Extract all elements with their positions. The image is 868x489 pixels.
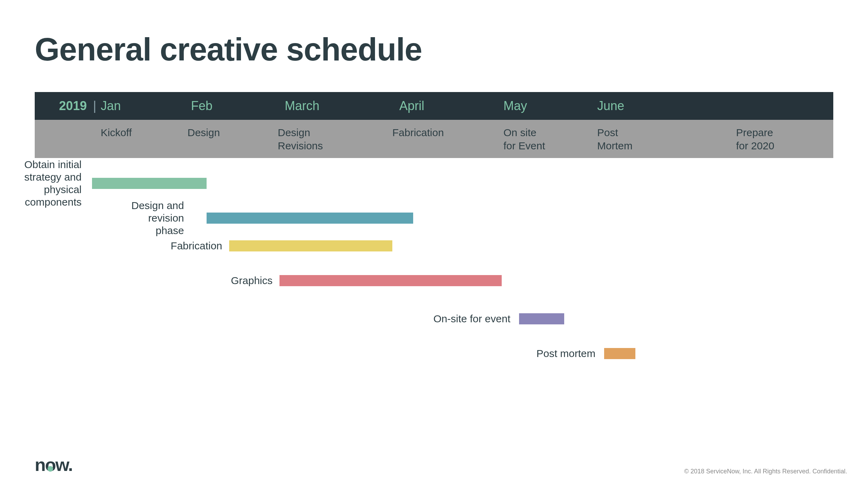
gantt-chart: Obtain initialstrategy andphysicalcompon… (35, 175, 833, 418)
timeline-area: 2019 | JanFebMarchAprilMayJune KickoffDe… (35, 92, 833, 418)
month-label: Feb (191, 92, 212, 120)
logo-letter-n: n (35, 455, 45, 475)
gantt-row: Fabrication (35, 238, 833, 254)
phase-label: Preparefor 2020 (736, 126, 774, 152)
logo-letter-w: w (56, 455, 68, 475)
timeline-phase-header: KickoffDesignDesignRevisionsFabricationO… (35, 120, 833, 158)
phase-label: Fabrication (392, 126, 444, 139)
gantt-row: Post mortem (35, 346, 833, 362)
month-label: June (597, 92, 624, 120)
gantt-bar-label: Post mortem (457, 347, 595, 360)
phase-label: DesignRevisions (278, 126, 323, 152)
gantt-bar (519, 313, 564, 324)
year-label: 2019 (59, 99, 87, 113)
copyright-text: © 2018 ServiceNow, Inc. All Rights Reser… (684, 468, 848, 475)
logo-letter-o: o (45, 455, 56, 475)
gantt-bar-label: Graphics (134, 274, 273, 287)
timeline-month-header: 2019 | JanFebMarchAprilMayJune (35, 92, 833, 120)
month-label: March (285, 92, 319, 120)
gantt-bar-label: Design andrevisionphase (45, 199, 184, 237)
phase-label: Kickoff (101, 126, 132, 139)
logo-period: . (68, 455, 72, 475)
gantt-bar (229, 240, 392, 251)
servicenow-logo: now. (35, 454, 73, 475)
slide-footer: now. © 2018 ServiceNow, Inc. All Rights … (35, 454, 847, 475)
gantt-bar (279, 275, 502, 286)
gantt-bar (92, 178, 207, 189)
gantt-row: On-site for event (35, 311, 833, 327)
slide-title: General creative schedule (35, 31, 833, 68)
month-label: April (399, 92, 424, 120)
month-label: Jan (101, 92, 121, 120)
phase-label: On sitefor Event (503, 126, 545, 152)
logo-letter-o-wrap: o (45, 454, 56, 475)
gantt-row: Obtain initialstrategy andphysicalcompon… (35, 175, 833, 191)
gantt-bar-label: Fabrication (83, 240, 222, 252)
gantt-bar-label: On-site for event (372, 313, 510, 325)
gantt-bar (207, 213, 413, 224)
gantt-row: Design andrevisionphase (35, 210, 833, 226)
timeline-year: 2019 | (59, 92, 102, 120)
phase-label: PostMortem (597, 126, 633, 152)
gantt-row: Graphics (35, 273, 833, 289)
gantt-bar (604, 348, 635, 359)
year-separator: | (87, 99, 102, 113)
phase-label: Design (187, 126, 220, 139)
logo-dot-icon (48, 466, 53, 472)
slide: General creative schedule 2019 | JanFebM… (0, 0, 868, 489)
month-label: May (503, 92, 527, 120)
